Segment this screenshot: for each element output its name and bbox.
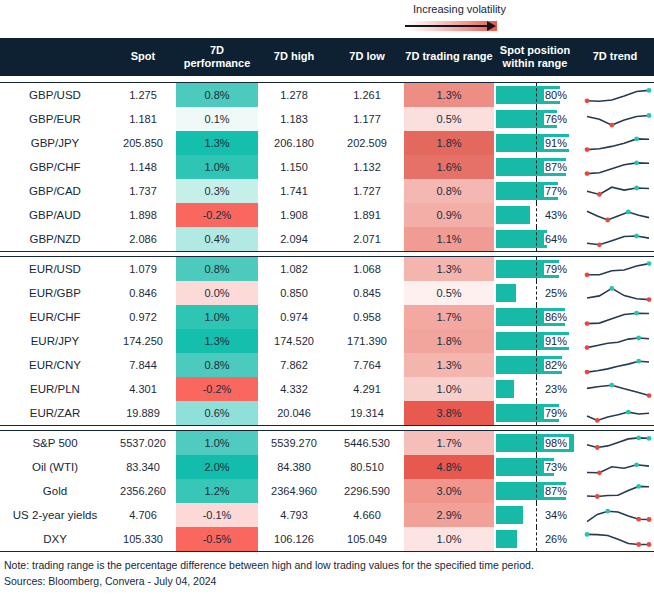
low-value: 171.390 [330,329,404,353]
spark-red-dot [597,242,602,247]
high-value: 1.908 [258,203,330,227]
high-value: 1.741 [258,179,330,203]
instrument-label: GBP/CHF [0,155,110,179]
high-value: 4.793 [258,503,330,527]
instrument-label: GBP/USD [0,83,110,107]
high-value: 1.082 [258,257,330,281]
trading-range-cell: 1.7% [404,305,494,329]
high-value: 174.520 [258,329,330,353]
table-row: GBP/JPY205.8501.3%206.180202.5091.8%91% [0,131,654,155]
position-bar [496,380,514,398]
instrument-label: US 2-year yields [0,503,110,527]
spark-teal-dot [626,209,631,214]
spark-teal-dot [634,136,639,141]
position-cell: 76% [494,107,576,131]
sparkline [576,179,654,203]
position-percent-label: 64% [544,233,569,245]
position-percent-label: 86% [544,311,569,323]
arrow-shaft [405,25,489,27]
position-percent-label: 79% [544,407,569,419]
sparkline [576,479,654,503]
position-percent-label: 76% [544,113,569,125]
position-percent-label: 87% [544,161,569,173]
instrument-label: EUR/JPY [0,329,110,353]
high-value: 7.862 [258,353,330,377]
performance-cell: 0.0% [176,281,258,305]
position-cell: 79% [494,401,576,425]
high-value: 2.094 [258,227,330,251]
header-spot: Spot [110,50,176,63]
spot-value: 4.706 [110,503,176,527]
spot-value: 1.079 [110,257,176,281]
high-value: 0.850 [258,281,330,305]
performance-cell: -0.5% [176,527,258,551]
low-value: 5446.530 [330,431,404,455]
midpoint-dashed-line [536,155,537,179]
instrument-label: EUR/CHF [0,305,110,329]
spark-red-dot [609,122,614,127]
spark-teal-dot [647,113,652,118]
midpoint-dashed-line [536,503,537,527]
spark-teal-dot [626,409,631,414]
performance-cell: 1.3% [176,131,258,155]
instrument-label: GBP/AUD [0,203,110,227]
midpoint-dashed-line [536,305,537,329]
midpoint-dashed-line [536,131,537,155]
instrument-label: DXY [0,527,110,551]
position-percent-label: 91% [544,137,569,149]
spark-red-dot [585,345,590,350]
position-cell: 82% [494,353,576,377]
spark-red-dot [636,542,641,547]
arrow-head-icon [487,21,496,31]
position-bar [496,230,547,248]
spark-red-dot [595,494,600,499]
low-value: 1.068 [330,257,404,281]
sparkline [576,257,654,281]
volatility-label: Increasing volatility [413,3,506,15]
spark-teal-dot [609,286,614,291]
table-row: EUR/CNY7.8440.8%7.8627.7641.3%82% [0,353,654,377]
table-row: EUR/PLN4.301-0.2%4.3324.2911.0%23% [0,377,654,401]
sparkline [576,377,654,401]
position-cell: 87% [494,479,576,503]
high-value: 2364.960 [258,479,330,503]
spot-value: 7.844 [110,353,176,377]
table-row: US 2-year yields4.706-0.1%4.7934.6602.9%… [0,503,654,527]
table-row: GBP/CHF1.1481.0%1.1501.1321.6%87% [0,155,654,179]
spark-teal-dot [647,436,652,441]
sparkline [576,131,654,155]
performance-cell: 0.6% [176,401,258,425]
performance-cell: -0.1% [176,503,258,527]
sparkline [576,203,654,227]
spark-teal-dot [634,160,639,165]
low-value: 1.891 [330,203,404,227]
position-percent-label: 26% [544,533,569,545]
sparkline [576,455,654,479]
low-value: 1.177 [330,107,404,131]
low-value: 1.132 [330,155,404,179]
position-bar [496,284,516,302]
table-row: EUR/JPY174.2501.3%174.520171.3901.8%91% [0,329,654,353]
position-cell: 43% [494,203,576,227]
midpoint-dashed-line [536,227,537,251]
low-value: 1.261 [330,83,404,107]
trading-range-cell: 3.8% [404,401,494,425]
sparkline [576,281,654,305]
spark-red-dot [636,516,641,521]
position-percent-label: 43% [544,209,569,221]
position-cell: 25% [494,281,576,305]
spark-teal-dot [647,261,652,266]
trading-range-cell: 1.6% [404,155,494,179]
header-7d-trend: 7D trend [576,50,654,63]
spot-value: 105.330 [110,527,176,551]
table-row: Gold2356.2601.2%2364.9602296.5903.0%87% [0,479,654,503]
spark-teal-dot [636,435,641,440]
table-header: Spot 7D performance 7D high 7D low 7D tr… [0,38,654,76]
position-cell: 79% [494,257,576,281]
table-row: GBP/USD1.2750.8%1.2781.2611.3%80% [0,83,654,107]
trading-range-cell: 1.3% [404,83,494,107]
high-value: 5539.270 [258,431,330,455]
high-value: 1.183 [258,107,330,131]
position-percent-label: 80% [544,89,569,101]
spark-teal-dot [634,233,639,238]
